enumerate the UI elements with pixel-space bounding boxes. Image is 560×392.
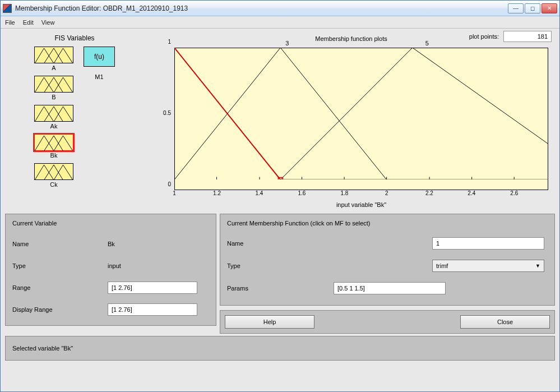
chart-svg[interactable] — [174, 48, 548, 179]
window-title: Membership Function Editor: OBDR_M1_2012… — [15, 4, 508, 12]
menu-view[interactable]: View — [41, 19, 55, 26]
fis-var-Ck[interactable] — [34, 163, 73, 180]
current-mf-panel: Current Membership Function (click on MF… — [220, 214, 555, 306]
x-axis-label: input variable "Bk" — [174, 201, 548, 208]
fis-output-column: f(u) M1 — [84, 47, 115, 84]
x-tick-7: 2.4 — [468, 190, 475, 196]
mf-annotation-3: 3 — [285, 40, 289, 47]
cmf-name-label: Name — [227, 240, 322, 247]
right-stack: Current Membership Function (click on MF… — [220, 214, 555, 334]
cv-name-label: Name — [12, 241, 108, 247]
app-icon — [3, 4, 12, 13]
fis-inputs-column: A B Ak Bk — [34, 47, 73, 191]
fis-output-fu: f(u) — [94, 53, 104, 61]
content-area: FIS Variables A B Ak — [1, 29, 559, 391]
mf-annotation-5: 5 — [425, 40, 429, 47]
lower-panels: Current Variable Name Bk Type input Rang… — [5, 214, 555, 334]
cmf-type-label: Type — [227, 262, 322, 269]
fis-var-Ak[interactable] — [34, 105, 73, 122]
x-tick-1: 1.2 — [213, 190, 221, 196]
cv-type-label: Type — [12, 262, 108, 269]
help-button[interactable]: Help — [225, 315, 314, 329]
cmf-panel-title: Current Membership Function (click on MF… — [227, 220, 548, 227]
plot-points-control: plot points: — [469, 31, 552, 42]
upper-row: FIS Variables A B Ak — [5, 32, 555, 211]
cmf-params-label: Params — [227, 285, 322, 292]
window-controls: — ◻ ✕ — [508, 3, 557, 13]
cv-display-range-input[interactable] — [108, 303, 197, 316]
plot-points-label: plot points: — [469, 33, 499, 40]
cv-display-range-label: Display Range — [12, 306, 108, 313]
fis-output-name: M1 — [95, 73, 103, 80]
x-tick-0: 1 — [173, 190, 176, 196]
button-row: Help Close — [220, 310, 555, 334]
mf-line-1[interactable] — [174, 48, 548, 179]
fis-var-label-Ak: Ak — [50, 123, 58, 130]
menubar: File Edit View — [1, 16, 559, 29]
x-tick-3: 1.6 — [298, 190, 306, 196]
titlebar: Membership Function Editor: OBDR_M1_2012… — [1, 1, 559, 16]
status-text: Selected variable "Bk" — [12, 345, 73, 352]
cv-name-value: Bk — [108, 241, 115, 247]
fis-output-box[interactable]: f(u) — [84, 47, 115, 67]
fis-var-Bk[interactable] — [34, 134, 73, 151]
cmf-name-input[interactable] — [432, 237, 544, 250]
mf-line-3[interactable] — [174, 48, 387, 179]
close-button[interactable]: Close — [460, 315, 550, 329]
chevron-down-icon: ▼ — [535, 263, 540, 269]
fis-title: FIS Variables — [54, 34, 94, 42]
current-variable-panel: Current Variable Name Bk Type input Rang… — [5, 214, 216, 326]
x-tick-5: 2 — [385, 190, 388, 196]
fis-var-B[interactable] — [34, 76, 73, 93]
plot-area: plot points: Membership function plots 0… — [147, 32, 555, 211]
x-tick-6: 2.2 — [425, 190, 433, 196]
y-tick-0: 0 — [168, 181, 171, 187]
x-tick-4: 1.8 — [341, 190, 349, 196]
x-tick-8: 2.6 — [510, 190, 518, 196]
y-tick-2: 1 — [168, 39, 171, 45]
fis-var-label-Bk: Bk — [50, 152, 58, 159]
menu-edit[interactable]: Edit — [23, 19, 34, 26]
cv-range-input[interactable] — [108, 282, 197, 294]
fis-variables-panel: FIS Variables A B Ak — [5, 32, 144, 211]
cmf-params-input[interactable] — [334, 282, 446, 294]
cv-type-value: input — [108, 262, 121, 269]
menu-file[interactable]: File — [5, 19, 15, 26]
x-tick-2: 1.4 — [255, 190, 263, 196]
minimize-button[interactable]: — — [508, 3, 524, 13]
cv-panel-title: Current Variable — [12, 220, 209, 227]
cmf-type-value: trimf — [436, 262, 448, 269]
cmf-type-select[interactable]: trimf ▼ — [432, 260, 544, 272]
fis-var-label-B: B — [52, 94, 55, 100]
fis-var-A[interactable] — [34, 47, 73, 63]
fis-var-label-A: A — [52, 64, 55, 71]
plot-points-input[interactable] — [503, 31, 552, 42]
cv-range-label: Range — [12, 284, 108, 291]
x-ticks: 1 1.2 1.4 1.6 1.8 2 2.2 2.4 2.6 — [174, 190, 548, 198]
maximize-button[interactable]: ◻ — [525, 3, 540, 13]
app-window: Membership Function Editor: OBDR_M1_2012… — [0, 0, 560, 392]
status-panel: Selected variable "Bk" — [5, 336, 555, 361]
mf-line-5[interactable] — [280, 48, 548, 179]
fis-columns: A B Ak Bk — [34, 47, 115, 191]
close-window-button[interactable]: ✕ — [542, 3, 557, 13]
y-ticks: 0 0.5 1 — [154, 48, 173, 190]
fis-var-label-Ck: Ck — [50, 181, 57, 188]
chart-wrap: 0 0.5 1 — [154, 45, 552, 208]
y-tick-1: 0.5 — [163, 110, 171, 116]
